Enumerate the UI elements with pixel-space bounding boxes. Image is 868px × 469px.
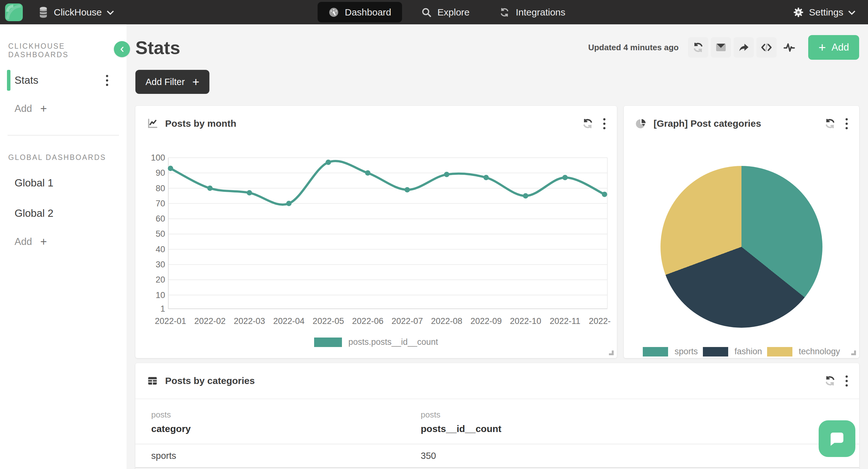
table-column-headers: postscategorypostsposts__id__count: [135, 399, 859, 444]
svg-text:1: 1: [160, 304, 165, 313]
topbar: ClickHouse DashboardExploreIntegrations …: [0, 0, 868, 24]
svg-text:2022-02: 2022-02: [194, 316, 225, 326]
add-filter-button[interactable]: Add Filter +: [135, 70, 209, 94]
tab-label: Dashboard: [345, 7, 391, 18]
sidebar-item-global-1[interactable]: Global 1: [0, 174, 127, 192]
svg-text:50: 50: [156, 229, 165, 239]
refresh-icon[interactable]: [582, 118, 594, 130]
tab-explore[interactable]: Explore: [410, 2, 480, 23]
active-indicator: [7, 70, 10, 91]
email-button[interactable]: [711, 37, 731, 58]
svg-text:20: 20: [156, 275, 165, 284]
column-name[interactable]: posts__id__count: [421, 424, 501, 434]
code-icon: [760, 41, 773, 54]
dashboard-grid: Posts by month 1102030405060708090100202…: [135, 106, 859, 358]
svg-text:70: 70: [156, 199, 165, 208]
workspace-name: ClickHouse: [54, 7, 102, 18]
refresh-icon[interactable]: [824, 375, 836, 387]
activity-button[interactable]: [779, 37, 799, 58]
plus-icon: +: [818, 41, 826, 54]
refresh-icon: [692, 41, 704, 54]
legend-label: technology: [799, 347, 840, 357]
legend-swatch: [314, 338, 342, 347]
chat-widget-button[interactable]: [819, 420, 855, 457]
card-header: Posts by month: [135, 106, 617, 141]
add-filter-label: Add Filter: [146, 77, 185, 87]
sidebar-divider: [8, 135, 119, 136]
card-header: Posts by categories: [135, 363, 859, 399]
svg-text:2022-11: 2022-11: [550, 316, 581, 326]
svg-text:90: 90: [156, 168, 165, 178]
svg-text:60: 60: [156, 214, 165, 224]
settings-menu[interactable]: Settings: [793, 0, 854, 24]
card-posts-by-categories: Posts by categories postscategorypostspo…: [135, 363, 859, 469]
kebab-menu-icon[interactable]: [845, 118, 848, 129]
refresh-icon[interactable]: [824, 118, 836, 130]
legend-label: posts.posts__id__count: [348, 337, 438, 347]
legend-entry-technology[interactable]: technology: [767, 347, 840, 357]
add-button-label: Add: [832, 42, 849, 53]
kebab-menu-icon[interactable]: [603, 118, 606, 129]
pie-chart-icon: [635, 118, 647, 129]
svg-text:80: 80: [156, 183, 165, 193]
kebab-menu-icon[interactable]: [106, 75, 108, 86]
page-title: Stats: [135, 37, 180, 58]
updated-timestamp: Updated 4 minutes ago: [588, 43, 679, 53]
add-label: Add: [14, 236, 32, 247]
chevron-down-icon: [848, 8, 856, 15]
svg-text:2022-07: 2022-07: [392, 316, 423, 326]
table-row[interactable]: sports350: [135, 444, 859, 468]
sidebar-item-global-2[interactable]: Global 2: [0, 204, 127, 223]
resize-handle[interactable]: [609, 350, 614, 355]
main-content: Stats Updated 4 minutes ago + Add Add Fi…: [127, 24, 868, 469]
cell-category: sports: [151, 451, 421, 461]
workspace-switcher[interactable]: ClickHouse: [38, 7, 112, 18]
legend-entry[interactable]: posts.posts__id__count: [314, 337, 438, 347]
svg-text:30: 30: [156, 260, 165, 269]
kebab-menu-icon[interactable]: [845, 375, 848, 387]
sidebar: CLICKHOUSE DASHBOARDSStatsAdd+GLOBAL DAS…: [0, 24, 127, 469]
column-name[interactable]: category: [151, 424, 421, 434]
line-chart-icon: [147, 118, 158, 129]
page-header: Stats Updated 4 minutes ago + Add: [135, 34, 859, 61]
svg-text:2022-12: 2022-12: [589, 316, 611, 326]
svg-text:2022-03: 2022-03: [234, 316, 265, 326]
tab-integrations[interactable]: Integrations: [488, 2, 576, 23]
card-header: [Graph] Post categories: [624, 106, 859, 141]
svg-text:40: 40: [156, 245, 165, 254]
sidebar-item-stats[interactable]: Stats: [0, 71, 127, 90]
card-title: Posts by categories: [165, 375, 255, 386]
pulse-icon: [783, 41, 796, 54]
table-column-header: postsposts__id__count: [421, 410, 501, 434]
sidebar-add-dashboard[interactable]: Add+: [14, 101, 127, 116]
resize-handle[interactable]: [851, 350, 856, 355]
share-icon: [738, 41, 750, 54]
tab-label: Explore: [437, 7, 470, 18]
tab-label: Integrations: [516, 7, 565, 18]
settings-label: Settings: [809, 7, 843, 18]
card-title: [Graph] Post categories: [654, 118, 761, 129]
sidebar-item-label: Global 2: [14, 207, 54, 219]
embed-code-button[interactable]: [756, 37, 777, 58]
share-button[interactable]: [734, 37, 754, 58]
chevron-left-icon: [118, 45, 126, 54]
card-post-categories: [Graph] Post categories sportsfashiontec…: [624, 106, 859, 358]
sidebar-section-title: CLICKHOUSE DASHBOARDS: [8, 42, 127, 59]
svg-text:2022-05: 2022-05: [313, 316, 344, 326]
refresh-button[interactable]: [688, 37, 708, 58]
svg-text:2022-04: 2022-04: [273, 316, 305, 326]
line-chart: 11020304050607080901002022-012022-022022…: [142, 149, 611, 332]
legend-label: sports: [674, 347, 698, 357]
chevron-down-icon: [106, 8, 114, 15]
sidebar-add-dashboard[interactable]: Add+: [14, 234, 127, 250]
svg-text:2022-06: 2022-06: [352, 316, 383, 326]
card-title: Posts by month: [165, 118, 236, 129]
add-button[interactable]: + Add: [808, 35, 859, 60]
legend-entry-sports[interactable]: sports: [643, 347, 698, 357]
pie-chart-legend: sportsfashiontechnology: [624, 347, 859, 357]
legend-entry-fashion[interactable]: fashion: [703, 347, 762, 357]
cell-count: 350: [421, 451, 436, 461]
sidebar-collapse-button[interactable]: [114, 41, 130, 57]
tab-dashboard[interactable]: Dashboard: [318, 2, 402, 23]
pie-chart: [660, 166, 823, 328]
